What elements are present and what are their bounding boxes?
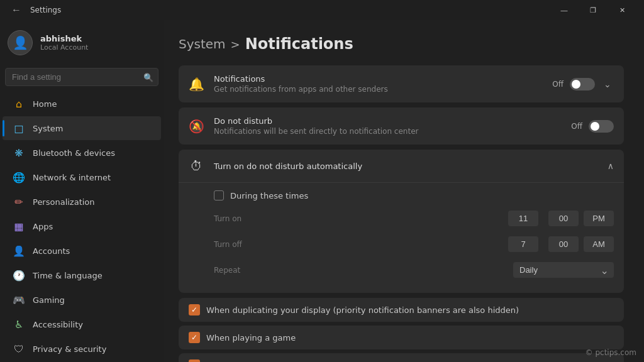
notifications-toggle-label: Off: [552, 80, 564, 89]
close-button[interactable]: ✕: [608, 0, 636, 20]
repeat-select[interactable]: Daily Weekdays Weekends: [513, 262, 614, 278]
during-times-checkbox[interactable]: [214, 190, 224, 200]
sidebar-item-time[interactable]: 🕐 Time & language: [3, 263, 161, 287]
dnd-icon: 🔕: [189, 119, 204, 134]
turn-off-label: Turn off: [214, 240, 252, 249]
sidebar-label-gaming: Gaming: [33, 295, 65, 305]
auto-dnd-content: During these times Turn on Turn off: [179, 182, 624, 293]
auto-dnd-section: ⏱ Turn on do not disturb automatically ∧…: [179, 150, 624, 293]
sidebar-label-home: Home: [33, 99, 57, 109]
breadcrumb: System > Notifications: [179, 35, 624, 53]
search-box[interactable]: 🔍: [5, 68, 158, 86]
sidebar-item-accounts[interactable]: 👤 Accounts: [3, 239, 161, 263]
sidebar-label-personalization: Personalization: [33, 197, 95, 207]
checkbox-option-fullscreen: When using an app in full-screen mode (p…: [179, 353, 624, 362]
network-icon: 🌐: [13, 171, 25, 184]
titlebar-left: ← Settings: [8, 3, 61, 17]
turn-off-hour[interactable]: [508, 236, 538, 252]
sidebar-item-network[interactable]: 🌐 Network & internet: [3, 165, 161, 189]
sidebar-label-accounts: Accounts: [33, 246, 70, 256]
turn-off-minute[interactable]: [548, 236, 579, 252]
turn-off-row: Turn off: [214, 231, 614, 257]
notifications-text: Notifications Get notifications from app…: [214, 74, 542, 94]
titlebar-controls: — ❐ ✕: [550, 0, 636, 20]
checkbox-gaming[interactable]: [189, 332, 200, 343]
avatar: 👤: [8, 30, 33, 55]
turn-off-period[interactable]: [584, 236, 614, 252]
user-name: abhishek: [40, 34, 88, 43]
personalization-icon: ✏: [13, 195, 25, 208]
restore-button[interactable]: ❐: [579, 0, 608, 20]
checkbox-fullscreen[interactable]: [189, 359, 200, 362]
sidebar-item-apps[interactable]: ▦ Apps: [3, 214, 161, 238]
sidebar-item-gaming[interactable]: 🎮 Gaming: [3, 288, 161, 312]
notifications-desc: Get notifications from apps and other se…: [214, 85, 542, 94]
user-info: abhishek Local Account: [40, 34, 88, 52]
sidebar-item-system[interactable]: □ System: [3, 116, 161, 140]
nav-container: ⌂ Home □ System ❋ Bluetooth & devices 🌐 …: [0, 91, 164, 362]
notifications-title: Notifications: [214, 74, 542, 84]
sidebar-item-personalization[interactable]: ✏ Personalization: [3, 190, 161, 214]
sidebar-item-accessibility[interactable]: ♿ Accessibility: [3, 312, 161, 336]
sidebar: 👤 abhishek Local Account 🔍 ⌂ Home □ Syst…: [0, 20, 164, 362]
sidebar-item-bluetooth[interactable]: ❋ Bluetooth & devices: [3, 141, 161, 165]
checkbox-duplicating[interactable]: [189, 304, 200, 315]
sidebar-label-network: Network & internet: [33, 173, 111, 182]
turn-on-hour[interactable]: [508, 211, 538, 226]
auto-dnd-title: Turn on do not disturb automatically: [214, 162, 597, 171]
titlebar-title: Settings: [30, 6, 61, 14]
apps-icon: ▦: [13, 220, 25, 233]
home-icon: ⌂: [13, 97, 25, 110]
dnd-toggle-label: Off: [571, 122, 582, 131]
auto-dnd-chevron-icon: ∧: [608, 161, 614, 171]
system-icon: □: [13, 122, 25, 134]
breadcrumb-parent[interactable]: System: [179, 36, 226, 52]
dnd-toggle[interactable]: [589, 120, 614, 133]
notifications-card: 🔔 Notifications Get notifications from a…: [179, 65, 624, 102]
titlebar: ← Settings — ❐ ✕: [0, 0, 644, 20]
checkbox-label-duplicating: When duplicating your display (priority …: [206, 305, 519, 315]
search-icon: 🔍: [143, 72, 153, 82]
gaming-icon: 🎮: [13, 293, 25, 306]
search-input[interactable]: [5, 68, 158, 86]
sidebar-label-bluetooth: Bluetooth & devices: [33, 148, 115, 158]
repeat-label: Repeat: [214, 266, 252, 275]
user-profile[interactable]: 👤 abhishek Local Account: [0, 20, 164, 65]
notifications-toggle[interactable]: [570, 78, 595, 90]
accounts-icon: 👤: [13, 244, 25, 257]
time-icon: 🕐: [13, 269, 25, 282]
notifications-chevron-button[interactable]: ⌄: [601, 78, 614, 90]
checkbox-option-gaming: When playing a game: [179, 326, 624, 349]
notifications-row: 🔔 Notifications Get notifications from a…: [179, 65, 624, 102]
accessibility-icon: ♿: [13, 318, 25, 331]
content-area: System > Notifications 🔔 Notifications G…: [164, 20, 644, 362]
during-times-label: During these times: [230, 191, 308, 200]
sidebar-label-time: Time & language: [33, 271, 103, 280]
minimize-button[interactable]: —: [550, 0, 579, 20]
turn-on-period[interactable]: [584, 211, 614, 226]
sidebar-label-privacy: Privacy & security: [33, 344, 106, 354]
notifications-controls: Off ⌄: [552, 78, 614, 90]
breadcrumb-separator: >: [231, 38, 240, 51]
sidebar-label-accessibility: Accessibility: [33, 320, 83, 329]
checkbox-option-duplicating: When duplicating your display (priority …: [179, 298, 624, 322]
back-button[interactable]: ←: [8, 3, 25, 17]
notifications-toggle-thumb: [572, 80, 580, 89]
dnd-row: 🔕 Do not disturb Notifications will be s…: [179, 107, 624, 145]
user-type: Local Account: [40, 43, 88, 52]
notification-bell-icon: 🔔: [189, 77, 204, 92]
main-layout: 👤 abhishek Local Account 🔍 ⌂ Home □ Syst…: [0, 20, 644, 362]
dnd-desc: Notifications will be sent directly to n…: [214, 127, 561, 136]
auto-dnd-icon: ⏱: [189, 158, 204, 173]
dnd-text: Do not disturb Notifications will be sen…: [214, 116, 561, 136]
sidebar-item-privacy[interactable]: 🛡 Privacy & security: [3, 337, 161, 361]
sidebar-label-system: System: [33, 124, 63, 133]
turn-on-minute[interactable]: [548, 211, 579, 226]
turn-on-label: Turn on: [214, 214, 252, 223]
auto-dnd-header[interactable]: ⏱ Turn on do not disturb automatically ∧: [179, 150, 624, 182]
repeat-select-wrap: Daily Weekdays Weekends: [513, 262, 614, 278]
turn-on-row: Turn on: [214, 206, 614, 231]
privacy-icon: 🛡: [13, 343, 25, 355]
sidebar-label-apps: Apps: [33, 222, 53, 231]
sidebar-item-home[interactable]: ⌂ Home: [3, 92, 161, 116]
